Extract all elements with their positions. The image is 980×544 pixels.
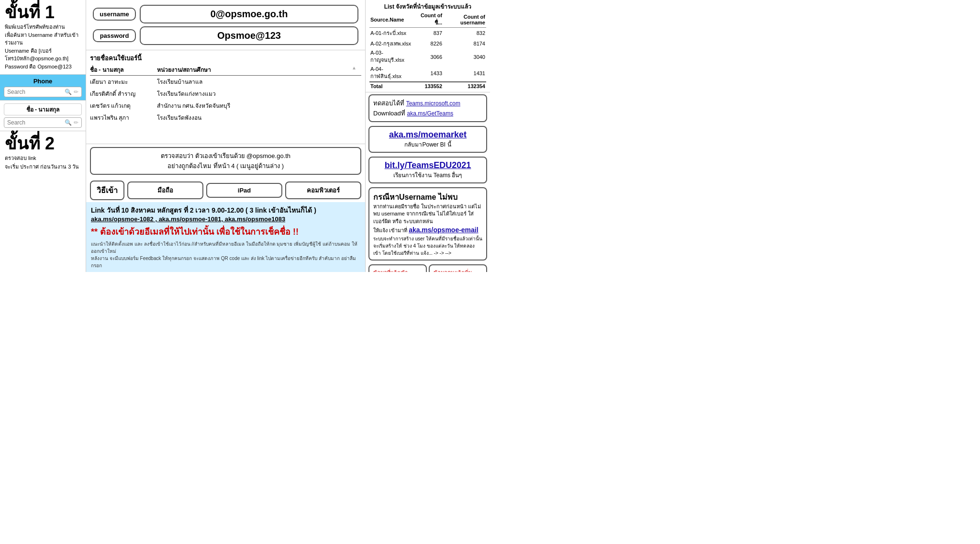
not-found-link[interactable]: aka.ms/opsmoe-email xyxy=(409,226,479,234)
username-label: username xyxy=(93,8,136,21)
col-source-header: Source.Name xyxy=(369,12,414,28)
bottom-box2-title: ข้อมูลคนแจ้งเพิ่ม xyxy=(434,268,482,272)
bottom-box1-title: ข้อมูลที่แจ้งเข้า aka.ms/opsmoe-email จะ… xyxy=(373,268,422,272)
col-count-user-header: Count of username xyxy=(443,12,486,28)
username-value: 0@opsmoe.go.th xyxy=(140,5,358,23)
teams-link1[interactable]: Teams.microsoft.com xyxy=(406,100,460,107)
count-user: 832 xyxy=(443,28,486,39)
not-found-text1: หากท่านเคยมีรายชื่อ ในประกาศก่อนหน้า แต่… xyxy=(373,203,482,225)
bottom-right-grid: ข้อมูลที่แจ้งเข้า aka.ms/opsmoe-email จะ… xyxy=(368,264,487,272)
source-name: A-01-กระบี่.xlsx xyxy=(369,28,414,39)
right-column: List จังหวัดที่นำข้อมูลเข้าระบบแล้ว Sour… xyxy=(366,0,490,272)
user-list-block: รายชื่อคนใช้เบอร์นี้ ชื่อ - นามสกุล หน่ว… xyxy=(86,50,365,144)
phone-search-input[interactable] xyxy=(7,89,63,95)
source-name: A-03-กาญจนบุรี.xlsx xyxy=(369,49,414,65)
check-text2: อย่างถูกต้องไหม ที่หน้า 4 ( เมนูอยู่ด้าน… xyxy=(96,161,356,171)
total-label: Total xyxy=(369,82,414,90)
user-org: โรงเรียนวัดพังงอน xyxy=(157,112,361,124)
teams-edu-link[interactable]: bit.ly/TeamsEDU2021 xyxy=(385,160,471,170)
not-found-text2: ให้แจ้ง เข้ามาที่ aka.ms/opsmoe-email xyxy=(373,225,482,235)
phone-label: Phone xyxy=(4,78,82,85)
total-count-user: 132354 xyxy=(443,82,486,90)
method-computer-btn[interactable]: คอมพิวเตอร์ xyxy=(285,181,361,199)
step1-block: ขั้นที่ 1 พิมพ์เบอร์โทรศัพท์ของท่านเพื่อ… xyxy=(0,0,86,75)
data-table-row: A-04-กาฬสินธุ์.xlsx14331431 xyxy=(369,65,486,82)
method-ipad-btn[interactable]: iPad xyxy=(206,183,282,198)
total-count-file: 133552 xyxy=(414,82,443,90)
table-title: List จังหวัดที่นำข้อมูลเข้าระบบแล้ว xyxy=(369,2,486,11)
password-label: password xyxy=(93,29,136,42)
step1-title: ขั้นที่ 1 xyxy=(5,4,81,21)
check-block: ตรวจสอบว่า ตัวเองเข้าเรียนด้วย @opsmoe.g… xyxy=(90,147,361,175)
bottom-announcement: Link วันที่ 10 สิงหาคม หลักสูตร ที่ 2 เว… xyxy=(86,202,365,272)
ann-warning: ** ต้องเข้าด้วยอีเมลที่ให้ไปเท่านั้น เพื… xyxy=(91,225,360,238)
source-name: A-02-กรุงเทพ.xlsx xyxy=(369,38,414,49)
moemarket-link[interactable]: aka.ms/moemarket xyxy=(389,130,467,139)
teams-info-box: ทดสอบได้ที่ Teams.microsoft.com Download… xyxy=(368,94,487,122)
step2-block: ขั้นที่ 2 ตรวจสอบ linkจะเริ่ม ประกาศ ก่อ… xyxy=(0,131,86,272)
teams-text2: Downloadที่ xyxy=(373,110,405,117)
method-mobile-btn[interactable]: มือถือ xyxy=(127,181,203,199)
count-user: 8174 xyxy=(443,38,486,49)
data-table-row: A-02-กรุงเทพ.xlsx82268174 xyxy=(369,38,486,49)
data-table-row: A-03-กาญจนบุรี.xlsx30663040 xyxy=(369,49,486,65)
phone-search-box[interactable]: 🔍 ✏ xyxy=(4,87,82,97)
name-search-icon: 🔍 xyxy=(65,119,72,126)
name-clear-icon[interactable]: ✏ xyxy=(74,119,78,126)
name-block: ชื่อ - นามสกุล 🔍 ✏ xyxy=(0,100,86,131)
teams-download-row: Downloadที่ aka.ms/GetTeams xyxy=(373,108,482,118)
data-table-row: A-01-กระบี่.xlsx837832 xyxy=(369,28,486,39)
teams-link2[interactable]: aka.ms/GetTeams xyxy=(407,110,453,117)
teams-edu-sub: เรียนการใช้งาน Teams อื่นๆ xyxy=(373,170,482,180)
password-value: Opsmoe@123 xyxy=(140,26,358,45)
moemarket-box: aka.ms/moemarket กลับมาPower BI นี้ xyxy=(368,126,487,153)
teams-edu-box: bit.ly/TeamsEDU2021 เรียนการใช้งาน Teams… xyxy=(368,157,487,183)
phone-clear-icon[interactable]: ✏ xyxy=(74,89,78,95)
user-list-title: รายชื่อคนใช้เบอร์นี้ xyxy=(90,53,361,63)
user-table-row: แพรวไพริน สุภาโรงเรียนวัดพังงอน xyxy=(90,112,361,124)
col-org-header: หน่วยงาน/สถานศึกษา ▲ xyxy=(157,65,361,76)
count-file: 8226 xyxy=(414,38,443,49)
name-search-input[interactable] xyxy=(7,119,63,126)
user-org: สำนักงาน กศน.จังหวัดจันทบุรี xyxy=(157,100,361,112)
ann-title: Link วันที่ 10 สิงหาคม หลักสูตร ที่ 2 เว… xyxy=(91,205,360,215)
method-label: วิธีเข้า xyxy=(90,181,124,200)
name-search-box[interactable]: 🔍 ✏ xyxy=(4,117,82,128)
count-file: 3066 xyxy=(414,49,443,65)
province-table-block: List จังหวัดที่นำข้อมูลเข้าระบบแล้ว Sour… xyxy=(366,0,490,92)
user-name: แพรวไพริน สุภา xyxy=(90,112,157,124)
moemarket-sub: กลับมาPower BI นี้ xyxy=(373,140,482,149)
col-count-file-header: Count of ชื่... xyxy=(414,12,443,28)
login-fields: username 0@opsmoe.go.th password Opsmoe@… xyxy=(86,0,365,50)
teams-text1: ทดสอบได้ที่ xyxy=(373,100,404,107)
phone-search-icon: 🔍 xyxy=(65,89,72,95)
ann-note: แนะนำให้ติดตั้งแอพ และ ลงชื่อเข้าใช้เอาไ… xyxy=(91,240,360,269)
username-row: username 0@opsmoe.go.th xyxy=(93,5,358,23)
ann-links: aka.ms/opsmoe-1082 , aka.ms/opsmoe-1081,… xyxy=(91,215,360,223)
step1-desc: พิมพ์เบอร์โทรศัพท์ของท่านเพื่อค้นหา User… xyxy=(5,23,81,70)
scroll-up-icon: ▲ xyxy=(352,65,356,70)
user-name: เตชวัตร แก้วเกตุ xyxy=(90,100,157,112)
name-label: ชื่อ - นามสกุล xyxy=(4,103,82,115)
not-found-text3: ระบบจะทำการสร้าง user ให้คนที่มีรายชื่อแ… xyxy=(373,235,482,257)
method-block: วิธีเข้า มือถือ iPad คอมพิวเตอร์ xyxy=(86,178,365,202)
teams-test-row: ทดสอบได้ที่ Teams.microsoft.com xyxy=(373,98,482,108)
step2-desc: ตรวจสอบ linkจะเริ่ม ประกาศ ก่อนวันงาน 3 … xyxy=(5,154,81,171)
col-name-header: ชื่อ - นามสกุล xyxy=(90,65,157,76)
count-user: 3040 xyxy=(443,49,486,65)
user-name: เกียรติศักดิ์ สำราญ xyxy=(90,88,157,100)
mid-column: username 0@opsmoe.go.th password Opsmoe@… xyxy=(86,0,366,272)
count-file: 837 xyxy=(414,28,443,39)
source-name: A-04-กาฬสินธุ์.xlsx xyxy=(369,65,414,82)
not-found-title: กรณีหาUsername ไม่พบ xyxy=(373,191,482,203)
phone-block: Phone 🔍 ✏ xyxy=(0,75,86,100)
step2-title: ขั้นที่ 2 xyxy=(5,135,81,152)
user-table-row: เตชวัตร แก้วเกตุสำนักงาน กศน.จังหวัดจันท… xyxy=(90,100,361,112)
bottom-box1: ข้อมูลที่แจ้งเข้า aka.ms/opsmoe-email จะ… xyxy=(368,264,427,272)
left-column: ขั้นที่ 1 พิมพ์เบอร์โทรศัพท์ของท่านเพื่อ… xyxy=(0,0,86,272)
user-org: โรงเรียนบ้านลาแล xyxy=(157,76,361,88)
username-not-found-box: กรณีหาUsername ไม่พบ หากท่านเคยมีรายชื่อ… xyxy=(368,187,487,261)
data-table: Source.Name Count of ชื่... Count of use… xyxy=(369,12,486,90)
check-text1: ตรวจสอบว่า ตัวเองเข้าเรียนด้วย @opsmoe.g… xyxy=(96,151,356,161)
bottom-box2: ข้อมูลคนแจ้งเพิ่ม xyxy=(429,264,487,272)
